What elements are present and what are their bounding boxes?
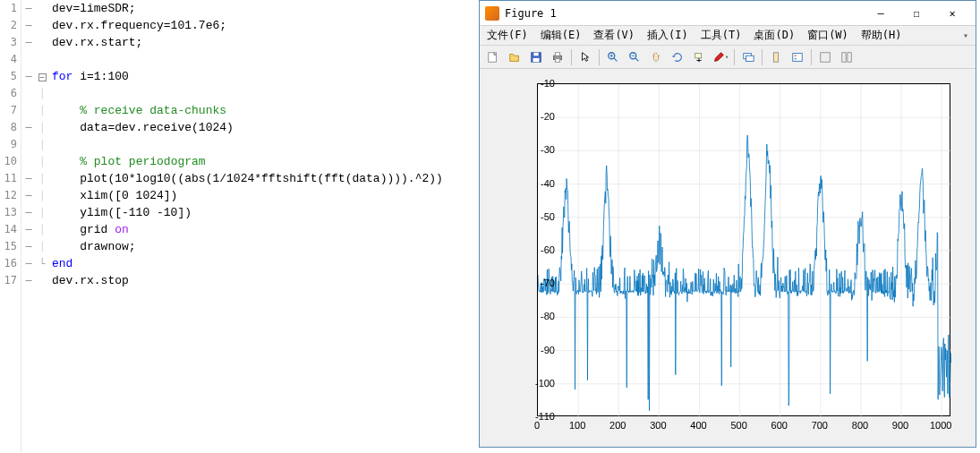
x-tick-label: 400 xyxy=(690,420,706,431)
link-button[interactable] xyxy=(738,47,758,67)
svg-rect-20 xyxy=(793,53,803,61)
x-tick-label: 600 xyxy=(771,420,788,431)
title-bar[interactable]: Figure 1 — ☐ ✕ xyxy=(480,1,976,26)
toolbar-separator xyxy=(762,49,763,65)
close-button[interactable]: ✕ xyxy=(934,3,970,24)
fold-marker: │ xyxy=(36,153,48,170)
y-tick-label: -40 xyxy=(541,178,555,189)
data-cursor-button[interactable] xyxy=(689,47,709,67)
line-number: 3 xyxy=(0,34,17,51)
line-number: 9 xyxy=(0,136,17,153)
fold-marker: │ xyxy=(36,102,48,119)
code-line[interactable]: plot(10*log10((abs(1/1024*fftshift(fft(d… xyxy=(52,170,479,187)
code-line[interactable]: for i=1:100 xyxy=(52,68,479,85)
line-marker: — xyxy=(21,170,36,187)
fold-marker xyxy=(36,51,48,68)
line-marker: — xyxy=(21,187,36,204)
x-tick-label: 500 xyxy=(730,420,746,431)
menu-overflow-icon[interactable]: ▾ xyxy=(959,29,972,42)
line-marker xyxy=(21,153,36,170)
axes[interactable] xyxy=(537,83,950,416)
code-editor[interactable]: 1234567891011121314151617 ———————————— −… xyxy=(0,0,479,453)
line-marker: — xyxy=(21,221,36,238)
line-number: 13 xyxy=(0,204,17,221)
menu-item[interactable]: 桌面(D) xyxy=(750,26,798,45)
line-number: 14 xyxy=(0,221,17,238)
line-number: 2 xyxy=(0,17,17,34)
code-line[interactable]: xlim([0 1024]) xyxy=(52,187,479,204)
line-number: 12 xyxy=(0,187,17,204)
menu-item[interactable]: 编辑(E) xyxy=(537,26,585,45)
y-tick-label: -10 xyxy=(541,78,555,89)
line-number: 6 xyxy=(0,85,17,102)
svg-rect-14 xyxy=(695,53,702,57)
maximize-button[interactable]: ☐ xyxy=(899,3,934,24)
svg-rect-2 xyxy=(533,52,538,56)
code-line[interactable]: dev.rx.start; xyxy=(52,34,479,51)
fold-marker: │ xyxy=(36,221,48,238)
code-line[interactable]: grid on xyxy=(52,221,479,238)
zoom-in-button[interactable] xyxy=(603,47,623,67)
fold-column[interactable]: −││││││││││└ xyxy=(36,0,48,453)
code-line[interactable]: % receive data-chunks xyxy=(52,102,479,119)
line-number: 7 xyxy=(0,102,17,119)
line-number-gutter: 1234567891011121314151617 xyxy=(0,0,21,453)
line-marker xyxy=(21,85,36,102)
pointer-button[interactable] xyxy=(575,47,595,67)
x-tick-label: 0 xyxy=(534,420,540,431)
plot-area[interactable]: -10-20-30-40-50-60-70-80-90-100-110 0100… xyxy=(480,69,976,447)
code-line[interactable] xyxy=(52,85,479,102)
x-tick-label: 900 xyxy=(892,420,908,431)
menu-item[interactable]: 工具(T) xyxy=(697,26,746,45)
y-tick-label: -60 xyxy=(541,244,555,255)
fold-marker: │ xyxy=(36,136,48,153)
code-line[interactable]: dev.rx.stop xyxy=(52,272,479,289)
code-area[interactable]: dev=limeSDR;dev.rx.frequency=101.7e6;dev… xyxy=(48,0,479,453)
rotate-button[interactable] xyxy=(668,47,687,67)
save-button[interactable] xyxy=(526,47,546,67)
hide-plot-button[interactable] xyxy=(815,47,835,67)
menu-item[interactable]: 窗口(W) xyxy=(804,26,852,45)
code-line[interactable]: end xyxy=(52,255,479,272)
code-line[interactable]: % plot periodogram xyxy=(52,153,479,170)
insert-colorbar-button[interactable] xyxy=(766,47,786,67)
code-line[interactable]: drawnow; xyxy=(52,238,479,255)
fold-marker xyxy=(36,34,48,51)
line-marker: — xyxy=(21,272,36,289)
line-marker: — xyxy=(21,34,36,51)
line-number: 11 xyxy=(0,170,17,187)
svg-rect-23 xyxy=(821,52,831,62)
insert-legend-button[interactable] xyxy=(788,47,807,67)
zoom-out-button[interactable] xyxy=(625,47,644,67)
fold-marker: │ xyxy=(36,85,48,102)
svg-rect-5 xyxy=(555,52,559,56)
line-marker: — xyxy=(21,255,36,272)
menu-item[interactable]: 插入(I) xyxy=(643,26,692,45)
menu-item[interactable]: 帮助(H) xyxy=(857,26,906,45)
y-tick-label: -80 xyxy=(541,311,555,321)
code-line[interactable]: data=dev.receive(1024) xyxy=(52,119,479,136)
show-plot-button[interactable] xyxy=(837,47,856,67)
marker-column: ———————————— xyxy=(21,0,36,453)
code-line[interactable]: dev=limeSDR; xyxy=(52,0,479,17)
toolbar-separator xyxy=(734,49,735,65)
code-line[interactable]: dev.rx.frequency=101.7e6; xyxy=(52,17,479,34)
menu-item[interactable]: 查看(V) xyxy=(590,26,638,45)
pan-button[interactable] xyxy=(646,47,666,67)
figure-toolbar[interactable]: ▾ xyxy=(480,46,976,69)
open-button[interactable] xyxy=(505,47,524,67)
toolbar-separator xyxy=(811,49,812,65)
fold-marker[interactable]: └ xyxy=(36,255,48,272)
code-line[interactable] xyxy=(52,136,479,153)
menu-bar[interactable]: 文件(F)编辑(E)查看(V)插入(I)工具(T)桌面(D)窗口(W)帮助(H)… xyxy=(480,26,976,46)
menu-item[interactable]: 文件(F) xyxy=(483,26,532,45)
print-button[interactable] xyxy=(548,47,567,67)
fold-marker[interactable]: − xyxy=(36,68,48,85)
line-marker: — xyxy=(21,238,36,255)
minimize-button[interactable]: — xyxy=(863,3,899,24)
toolbar-separator xyxy=(599,49,600,65)
code-line[interactable] xyxy=(52,51,479,68)
new-figure-button[interactable] xyxy=(483,47,503,67)
code-line[interactable]: ylim([-110 -10]) xyxy=(52,204,479,221)
brush-button[interactable]: ▾ xyxy=(711,47,730,67)
